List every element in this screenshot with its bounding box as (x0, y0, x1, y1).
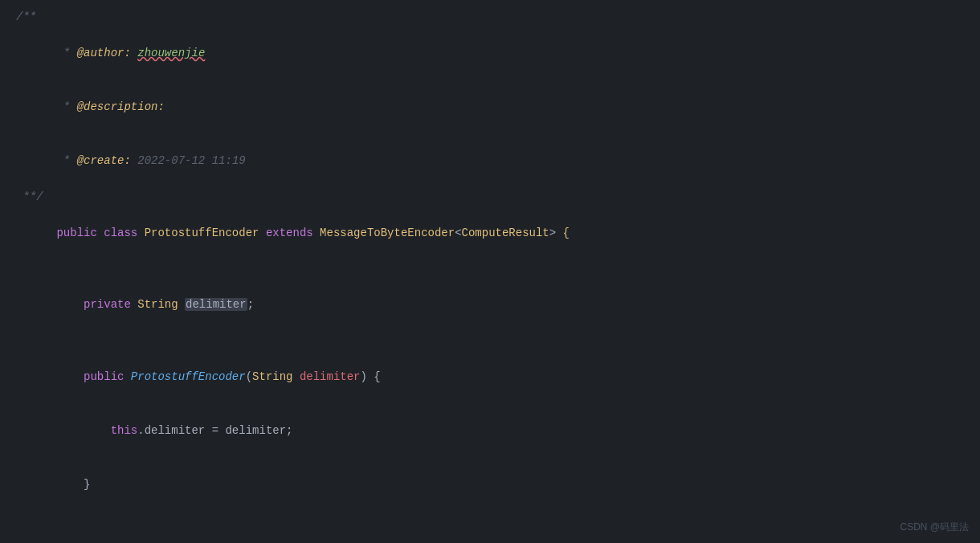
code-line-13 (8, 512, 980, 529)
code-line-7 (8, 259, 980, 277)
code-line-5: **/ (8, 188, 980, 206)
code-line-1: /** (8, 8, 980, 26)
code-editor: /** * @author: zhouwenjie * @description… (0, 0, 980, 543)
code-line-6: public class ProtostuffEncoder extends M… (8, 206, 980, 259)
code-line-9 (8, 332, 980, 349)
code-line-11: this.delimiter = delimiter; (8, 404, 980, 458)
watermark: CSDN @码里法 (900, 520, 969, 535)
code-line-10: public ProtostuffEncoder(String delimite… (8, 349, 980, 403)
code-line-14: @Override (8, 529, 980, 543)
code-line-3: * @description: (8, 80, 980, 134)
code-line-8: private String delimiter; (8, 278, 980, 332)
code-line-4: * @create: 2022-07-12 11:19 (8, 134, 980, 188)
code-line-2: * @author: zhouwenjie (8, 26, 980, 80)
code-line-12: } (8, 458, 980, 512)
